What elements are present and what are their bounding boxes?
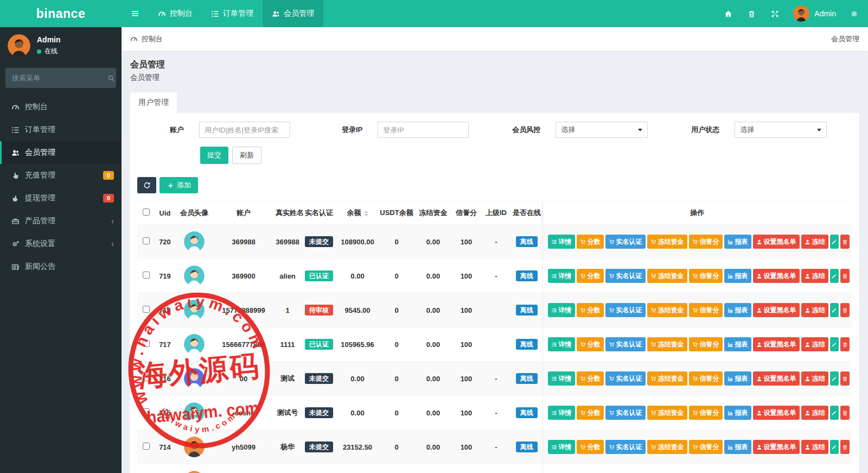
- sidebar-item-新闻公告[interactable]: 新闻公告: [0, 255, 122, 278]
- top-nav-item-订单管理[interactable]: 订单管理: [202, 0, 263, 27]
- sidebar-item-控制台[interactable]: 控制台: [0, 96, 122, 118]
- row-checkbox[interactable]: [143, 408, 150, 415]
- action-pencil-button[interactable]: [830, 269, 839, 283]
- action-trash-button[interactable]: [840, 371, 850, 386]
- action-trash-button[interactable]: [840, 303, 850, 317]
- action-冻结资金-button[interactable]: 冻结资金: [647, 371, 687, 386]
- submit-button[interactable]: 提交: [200, 147, 228, 164]
- action-分数-button[interactable]: 分数: [577, 303, 604, 317]
- action-设置黑名单-button[interactable]: 设置黑名单: [753, 371, 800, 386]
- sidebar-item-订单管理[interactable]: 订单管理: [0, 118, 122, 141]
- row-checkbox[interactable]: [143, 443, 150, 450]
- action-分数-button[interactable]: 分数: [577, 337, 604, 351]
- row-checkbox[interactable]: [143, 374, 150, 381]
- action-冻结资金-button[interactable]: 冻结资金: [647, 303, 687, 317]
- action-pencil-button[interactable]: [830, 406, 839, 420]
- action-实名认证-button[interactable]: 实名认证: [605, 303, 646, 317]
- action-实名认证-button[interactable]: 实名认证: [605, 371, 646, 386]
- action-设置黑名单-button[interactable]: 设置黑名单: [753, 303, 800, 317]
- action-实名认证-button[interactable]: 实名认证: [605, 406, 646, 420]
- risk-select[interactable]: 选择: [556, 122, 648, 138]
- column-header-余额[interactable]: 余额: [337, 201, 378, 225]
- settings-button[interactable]: [843, 0, 866, 27]
- action-分数-button[interactable]: 分数: [577, 440, 604, 454]
- action-实名认证-button[interactable]: 实名认证: [605, 269, 646, 283]
- action-信誉分-button[interactable]: 信誉分: [689, 440, 723, 454]
- action-冻结-button[interactable]: 冻结: [801, 337, 828, 351]
- select-all-checkbox[interactable]: [143, 209, 150, 216]
- action-pencil-button[interactable]: [830, 235, 839, 249]
- reload-table-button[interactable]: [137, 177, 156, 193]
- action-冻结资金-button[interactable]: 冻结资金: [647, 269, 687, 283]
- row-checkbox[interactable]: [143, 306, 150, 313]
- action-设置黑名单-button[interactable]: 设置黑名单: [753, 269, 800, 283]
- sort-icon[interactable]: [364, 211, 368, 216]
- action-详情-button[interactable]: 详情: [548, 406, 575, 420]
- action-实名认证-button[interactable]: 实名认证: [605, 440, 646, 454]
- row-checkbox[interactable]: [143, 340, 150, 347]
- action-冻结资金-button[interactable]: 冻结资金: [647, 406, 687, 420]
- action-报表-button[interactable]: 报表: [724, 337, 751, 351]
- action-报表-button[interactable]: 报表: [724, 371, 751, 386]
- action-冻结-button[interactable]: 冻结: [801, 269, 828, 283]
- home-button[interactable]: [717, 0, 740, 27]
- action-报表-button[interactable]: 报表: [724, 269, 751, 283]
- top-nav-item-控制台[interactable]: 控制台: [149, 0, 202, 27]
- row-checkbox[interactable]: [143, 272, 150, 279]
- brand-logo[interactable]: binance: [0, 0, 122, 27]
- action-信誉分-button[interactable]: 信誉分: [689, 269, 723, 283]
- clear-cache-button[interactable]: [740, 0, 763, 27]
- action-冻结-button[interactable]: 冻结: [801, 371, 828, 386]
- action-设置黑名单-button[interactable]: 设置黑名单: [753, 235, 800, 249]
- action-详情-button[interactable]: 详情: [548, 440, 575, 454]
- action-设置黑名单-button[interactable]: 设置黑名单: [753, 440, 800, 454]
- action-报表-button[interactable]: 报表: [724, 406, 751, 420]
- action-实名认证-button[interactable]: 实名认证: [605, 337, 646, 351]
- action-信誉分-button[interactable]: 信誉分: [689, 406, 723, 420]
- tab-user-management[interactable]: 用户管理: [130, 92, 177, 113]
- sidebar-item-提现管理[interactable]: 提现管理0: [0, 187, 122, 210]
- action-trash-button[interactable]: [840, 337, 850, 351]
- refresh-button[interactable]: 刷新: [232, 147, 261, 164]
- action-详情-button[interactable]: 详情: [548, 269, 575, 283]
- action-详情-button[interactable]: 详情: [548, 371, 575, 386]
- action-设置黑名单-button[interactable]: 设置黑名单: [753, 406, 800, 420]
- action-trash-button[interactable]: [840, 406, 850, 420]
- action-信誉分-button[interactable]: 信誉分: [689, 303, 723, 317]
- action-分数-button[interactable]: 分数: [577, 406, 604, 420]
- action-分数-button[interactable]: 分数: [577, 269, 604, 283]
- row-checkbox[interactable]: [143, 237, 150, 244]
- add-member-button[interactable]: ＋添加: [159, 177, 198, 193]
- user-menu[interactable]: Admin: [787, 5, 843, 22]
- sidebar-item-系统设置[interactable]: 系统设置‹: [0, 232, 122, 255]
- action-详情-button[interactable]: 详情: [548, 303, 575, 317]
- breadcrumb-section[interactable]: 控制台: [130, 34, 163, 44]
- action-冻结-button[interactable]: 冻结: [801, 235, 828, 249]
- action-信誉分-button[interactable]: 信誉分: [689, 235, 723, 249]
- action-trash-button[interactable]: [840, 269, 850, 283]
- account-search-input[interactable]: [199, 122, 290, 138]
- sidebar-item-产品管理[interactable]: 产品管理‹: [0, 210, 122, 232]
- search-icon[interactable]: [107, 74, 115, 82]
- action-设置黑名单-button[interactable]: 设置黑名单: [753, 337, 800, 351]
- action-详情-button[interactable]: 详情: [548, 337, 575, 351]
- sidebar-item-充值管理[interactable]: 充值管理0: [0, 164, 122, 187]
- action-信誉分-button[interactable]: 信誉分: [689, 337, 723, 351]
- action-详情-button[interactable]: 详情: [548, 235, 575, 249]
- action-冻结资金-button[interactable]: 冻结资金: [647, 235, 687, 249]
- user-status-select[interactable]: 选择: [735, 122, 827, 138]
- fullscreen-button[interactable]: [763, 0, 787, 27]
- action-实名认证-button[interactable]: 实名认证: [605, 235, 646, 249]
- action-pencil-button[interactable]: [830, 337, 839, 351]
- login-ip-input[interactable]: [378, 122, 469, 138]
- action-冻结资金-button[interactable]: 冻结资金: [647, 337, 687, 351]
- action-冻结-button[interactable]: 冻结: [801, 440, 828, 454]
- sidebar-search-input[interactable]: [12, 74, 107, 82]
- action-冻结-button[interactable]: 冻结: [801, 406, 828, 420]
- action-分数-button[interactable]: 分数: [577, 371, 604, 386]
- action-冻结-button[interactable]: 冻结: [801, 303, 828, 317]
- top-nav-item-会员管理[interactable]: 会员管理: [263, 0, 323, 27]
- action-信誉分-button[interactable]: 信誉分: [689, 371, 723, 386]
- action-pencil-button[interactable]: [830, 440, 839, 454]
- action-报表-button[interactable]: 报表: [724, 440, 751, 454]
